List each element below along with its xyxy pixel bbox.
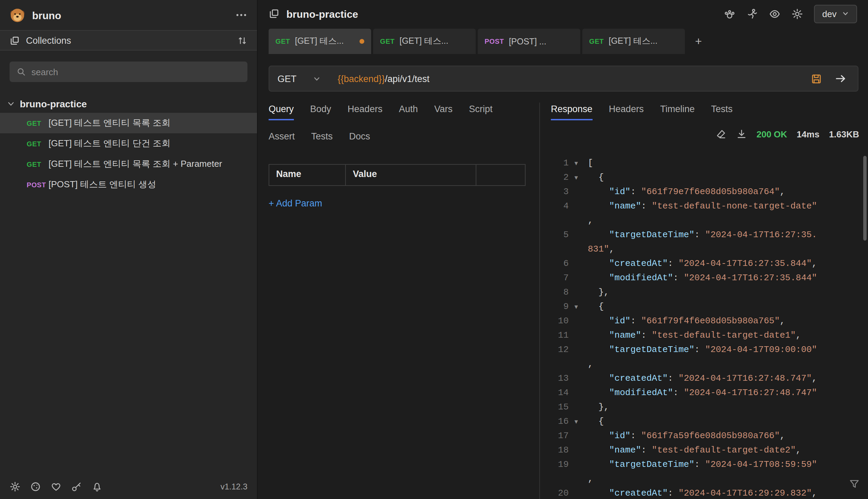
download-response-icon[interactable]	[736, 129, 747, 139]
fold-marker-icon[interactable]: ▾	[571, 156, 581, 170]
code-text: },	[581, 400, 609, 414]
response-tab-tests[interactable]: Tests	[711, 104, 733, 120]
request-tab-vars[interactable]: Vars	[434, 104, 453, 120]
app-title: bruno	[32, 9, 61, 21]
bell-icon[interactable]	[91, 481, 102, 492]
code-text: },	[581, 285, 609, 300]
request-tab-assert[interactable]: Assert	[269, 131, 295, 146]
send-button[interactable]	[834, 72, 847, 85]
search-icon	[16, 67, 26, 76]
line-number: 8	[540, 285, 571, 300]
response-body-editor[interactable]: 1▾[2▾ {3 "id": "661f79e7f6e08d05b980a764…	[540, 152, 863, 499]
chevron-down-icon	[842, 10, 849, 17]
clear-response-icon[interactable]	[716, 129, 726, 139]
code-line: 831",	[540, 242, 863, 256]
paw-icon[interactable]	[724, 8, 735, 20]
fold-spacer	[571, 199, 581, 213]
response-status-bar: 200 OK 14ms 1.63KB	[551, 129, 868, 139]
code-line: 8 },	[540, 285, 863, 300]
request-tab-docs[interactable]: Docs	[349, 131, 370, 146]
scrollbar-thumb[interactable]	[863, 156, 867, 241]
url-input[interactable]: {{backend}}/api/v1/test	[338, 73, 810, 84]
request-item[interactable]: GET[GET] 테스트 엔티티 단건 조회	[0, 133, 257, 154]
response-tab-response[interactable]: Response	[551, 104, 592, 120]
sort-icon[interactable]	[237, 35, 247, 46]
search-box[interactable]	[10, 62, 247, 82]
response-tab-headers[interactable]: Headers	[609, 104, 644, 120]
settings-icon[interactable]	[10, 481, 21, 492]
request-item[interactable]: POST[POST] 테스트 엔티티 생성	[0, 174, 257, 195]
fold-marker-icon[interactable]: ▾	[571, 300, 581, 314]
request-item[interactable]: GET[GET] 테스트 엔티티 목록 조회 + Parameter	[0, 154, 257, 174]
tab-label: [POST] ...	[509, 37, 547, 46]
request-tab-auth[interactable]: Auth	[399, 104, 418, 120]
code-line: 7 "modifiedAt": "2024-04-17T16:27:35.844…	[540, 271, 863, 285]
code-text: {	[581, 414, 604, 429]
code-line: 19 "targetDateTime": "2024-04-17T08:59:5…	[540, 457, 863, 472]
code-line: 17 "id": "661f7a59f6e08d05b980a766",	[540, 429, 863, 443]
tab-label: [GET] 테스...	[609, 36, 658, 47]
line-number: 6	[540, 256, 571, 271]
chevron-down-icon	[7, 99, 15, 108]
collections-bar[interactable]: Collections	[0, 30, 257, 51]
request-tab-query[interactable]: Query	[269, 104, 294, 120]
request-tab[interactable]: GET[GET] 테스...	[582, 29, 685, 54]
request-tab-tests[interactable]: Tests	[311, 131, 333, 146]
collection-root[interactable]: bruno-practice	[0, 94, 257, 113]
request-item-label: [GET] 테스트 엔티티 단건 조회	[49, 137, 171, 150]
request-tab-headers[interactable]: Headers	[347, 104, 382, 120]
gear-icon[interactable]	[792, 8, 803, 20]
request-section-tabs: QueryBodyHeadersAuthVarsScriptAssertTest…	[269, 104, 526, 146]
request-tab[interactable]: POST[POST] ...	[478, 29, 580, 54]
method-label: GET	[27, 119, 49, 127]
code-text: "modifiedAt": "2024-04-17T16:27:35.844"	[581, 271, 817, 285]
code-line: 3 "id": "661f79e7f6e08d05b980a764",	[540, 185, 863, 199]
eye-icon[interactable]	[769, 8, 781, 20]
request-item-label: [POST] 테스트 엔티티 생성	[49, 179, 156, 191]
request-tab-script[interactable]: Script	[469, 104, 492, 120]
fold-spacer	[571, 328, 581, 342]
code-line: 20 "createdAt": "2024-04-17T16:29:29.832…	[540, 486, 863, 499]
code-text: 831",	[581, 242, 614, 256]
save-button[interactable]	[810, 73, 822, 84]
code-line: 12 "targetDateTime": "2024-04-17T09:00:0…	[540, 342, 863, 357]
fold-spacer	[571, 386, 581, 400]
environment-selector[interactable]: dev	[814, 4, 857, 23]
fold-marker-icon[interactable]: ▾	[571, 414, 581, 429]
collections-label: Collections	[26, 35, 71, 46]
runner-icon[interactable]	[746, 8, 758, 20]
request-tab-body[interactable]: Body	[310, 104, 331, 120]
fold-marker-icon[interactable]: ▾	[571, 170, 581, 185]
fold-spacer	[571, 429, 581, 443]
code-line: ,	[540, 213, 863, 228]
fold-spacer	[571, 285, 581, 300]
key-icon[interactable]	[71, 481, 82, 492]
new-tab-button[interactable]: +	[695, 36, 702, 47]
request-item[interactable]: GET[GET] 테스트 엔티티 목록 조회	[0, 113, 257, 133]
request-pane: QueryBodyHeadersAuthVarsScriptAssertTest…	[258, 102, 540, 499]
code-line: ,	[540, 357, 863, 371]
code-line: 6 "createdAt": "2024-04-17T16:27:35.844"…	[540, 256, 863, 271]
search-input[interactable]	[32, 66, 241, 77]
method-select[interactable]: GET	[278, 73, 338, 84]
heart-icon[interactable]	[51, 481, 62, 492]
code-line: 4 "name": "test-default-none-target-date…	[540, 199, 863, 213]
sidebar-footer: v1.12.3	[0, 474, 257, 499]
request-tab[interactable]: GET[GET] 테스...	[373, 29, 476, 54]
code-line: 13 "createdAt": "2024-04-17T16:27:48.747…	[540, 371, 863, 386]
line-number: 11	[540, 328, 571, 342]
tab-label: [GET] 테스...	[400, 36, 448, 47]
fold-spacer	[571, 357, 581, 371]
filter-icon[interactable]	[849, 478, 860, 489]
code-text: ,	[581, 472, 593, 486]
more-menu-icon[interactable]	[235, 9, 247, 21]
cookie-icon[interactable]	[30, 481, 41, 492]
sidebar: bruno Collections	[0, 0, 258, 499]
request-tab[interactable]: GET[GET] 테스...	[269, 29, 371, 54]
request-item-label: [GET] 테스트 엔티티 목록 조회 + Parameter	[49, 158, 222, 170]
environment-name: dev	[822, 9, 836, 19]
method-label: GET	[27, 140, 49, 147]
response-tab-timeline[interactable]: Timeline	[660, 104, 695, 120]
bruno-app: bruno Collections	[0, 0, 868, 499]
add-param-link[interactable]: + Add Param	[269, 198, 526, 208]
